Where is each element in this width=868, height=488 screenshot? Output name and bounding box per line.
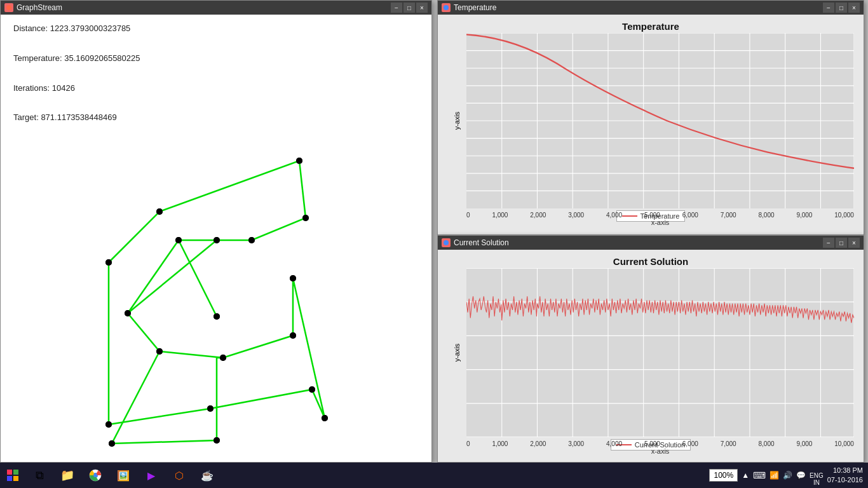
- tray-arrow-icon[interactable]: ▲: [742, 471, 749, 480]
- temp-chart-title: Temperature: [441, 18, 860, 33]
- file-explorer-icon: 📁: [60, 468, 74, 482]
- start-button[interactable]: [0, 463, 25, 488]
- temperature-content: Temperature y-axis: [438, 15, 864, 234]
- temp-chart-svg: 0 10 20 30 40 50 60 70 80 90 100: [466, 33, 854, 208]
- taskbar-task-view[interactable]: ⧉: [25, 463, 53, 488]
- tray-icon-2: 📶: [770, 471, 779, 480]
- sol-x-label: x-axis: [466, 447, 854, 455]
- svg-point-19: [207, 405, 214, 412]
- sol-close[interactable]: ×: [848, 238, 860, 248]
- svg-point-16: [220, 355, 226, 361]
- target-stat: Target: 871.1173538448469: [13, 110, 419, 125]
- graphstream-titlebar[interactable]: GraphStream − □ ×: [1, 1, 431, 15]
- sol-chart-container: Current Solution y-axis: [441, 253, 860, 459]
- svg-point-58: [444, 240, 449, 245]
- temp-x-7000: 7,000: [721, 212, 736, 219]
- graphstream-close[interactable]: ×: [416, 3, 428, 13]
- svg-point-21: [322, 415, 328, 421]
- taskbar-app6[interactable]: ⬡: [165, 463, 193, 488]
- temp-x-9000: 9,000: [796, 212, 812, 219]
- temperature-icon: [442, 3, 451, 12]
- svg-point-5: [156, 208, 163, 215]
- graphstream-content: Distance: 1223.3793000323785 Temperature…: [1, 15, 431, 462]
- svg-point-15: [156, 348, 163, 355]
- temp-chart-container: Temperature y-axis: [441, 18, 860, 231]
- temp-x-5000: 5,000: [644, 212, 660, 219]
- graphstream-controls: − □ ×: [391, 3, 428, 13]
- iterations-stat: Iterations: 10426: [13, 81, 419, 95]
- taskbar-java[interactable]: ☕: [193, 463, 221, 488]
- temp-controls: − □ ×: [823, 3, 860, 13]
- app4-icon: 🖼️: [117, 470, 130, 482]
- svg-point-0: [6, 5, 11, 10]
- svg-rect-83: [7, 470, 12, 475]
- chrome-icon: [89, 469, 102, 482]
- solution-titlebar[interactable]: Current Solution − □ ×: [438, 236, 864, 250]
- svg-rect-86: [13, 476, 18, 481]
- solution-window: Current Solution − □ × Current Solution …: [437, 235, 864, 463]
- temperature-value: 35.16092065580225: [64, 53, 140, 63]
- svg-rect-59: [466, 268, 854, 437]
- temp-x-2000: 2,000: [530, 212, 546, 219]
- sol-x-8000: 8,000: [759, 440, 775, 447]
- graphstream-minimize[interactable]: −: [391, 3, 402, 13]
- taskbar-app5[interactable]: ▶: [137, 463, 165, 488]
- taskbar-file-explorer[interactable]: 📁: [53, 463, 81, 488]
- temperature-title: Temperature: [454, 3, 823, 12]
- svg-rect-84: [13, 470, 18, 475]
- sol-x-4000: 4,000: [606, 440, 622, 447]
- taskbar-app4[interactable]: 🖼️: [109, 463, 137, 488]
- temp-close[interactable]: ×: [848, 3, 860, 13]
- temperature-window: Temperature − □ × Temperature y-axis: [437, 0, 864, 235]
- iterations-label: Iterations:: [13, 83, 50, 93]
- temp-maximize[interactable]: □: [836, 3, 847, 13]
- lang-value: ENG IN: [810, 472, 824, 486]
- solution-icon: [442, 238, 451, 247]
- sol-chart-title: Current Solution: [441, 253, 860, 268]
- graphstream-maximize[interactable]: □: [403, 3, 415, 13]
- sol-controls: − □ ×: [823, 238, 860, 248]
- graph-svg: [1, 154, 431, 459]
- svg-point-11: [302, 215, 309, 221]
- app5-icon: ▶: [147, 470, 155, 482]
- distance-label: Distance:: [13, 24, 48, 33]
- temp-x-ticks: 0 1,000 2,000 3,000 4,000 5,000 6,000 7,…: [466, 212, 854, 219]
- clock-time: 10:38 PM: [827, 466, 863, 475]
- svg-point-24: [444, 5, 449, 10]
- temp-x-1000: 1,000: [492, 212, 508, 219]
- sol-x-3000: 3,000: [568, 440, 584, 447]
- sol-x-ticks: 0 1,000 2,000 3,000 4,000 5,000 6,000 7,…: [466, 440, 854, 447]
- temperature-titlebar[interactable]: Temperature − □ ×: [438, 1, 864, 15]
- temp-x-4000: 4,000: [606, 212, 622, 219]
- temp-minimize[interactable]: −: [823, 3, 834, 13]
- taskbar-right: 100% ▲ ⌨ 📶 🔊 💬 ENG IN 10:38 PM 07-10-201…: [704, 463, 868, 488]
- graphstream-title: GraphStream: [17, 3, 391, 12]
- sol-maximize[interactable]: □: [836, 238, 847, 248]
- sol-y-label-container: y-axis: [447, 268, 466, 437]
- graphstream-icon: [4, 3, 13, 12]
- sol-minimize[interactable]: −: [823, 238, 834, 248]
- svg-point-6: [296, 158, 302, 164]
- sol-x-2000: 2,000: [530, 440, 546, 447]
- distance-stat: Distance: 1223.3793000323785: [13, 21, 419, 36]
- temp-chart-body: y-axis: [441, 33, 860, 208]
- language-indicator: ENG IN: [810, 465, 824, 486]
- app6-icon: ⬡: [175, 470, 184, 482]
- temp-x-3000: 3,000: [568, 212, 584, 219]
- tray-icon-4: 💬: [796, 471, 806, 480]
- temperature-stat: Temperature: 35.16092065580225: [13, 51, 419, 65]
- temp-y-axis-label: y-axis: [453, 112, 461, 130]
- solution-content: Current Solution y-axis: [438, 250, 864, 462]
- stats-panel: Distance: 1223.3793000323785 Temperature…: [13, 21, 419, 125]
- svg-point-22: [109, 440, 115, 447]
- solution-title: Current Solution: [454, 238, 823, 247]
- taskbar: ⧉ 📁 🖼️ ▶ ⬡ ☕: [0, 463, 868, 488]
- distance-value: 1223.3793000323785: [50, 24, 131, 33]
- temp-x-8000: 8,000: [759, 212, 775, 219]
- sol-x-5000: 5,000: [644, 440, 660, 447]
- svg-point-9: [214, 237, 220, 243]
- temp-x-10000: 10,000: [834, 212, 854, 219]
- temperature-label: Temperature:: [13, 53, 62, 63]
- sol-chart-body: y-axis: [441, 268, 860, 437]
- taskbar-chrome[interactable]: [81, 463, 109, 488]
